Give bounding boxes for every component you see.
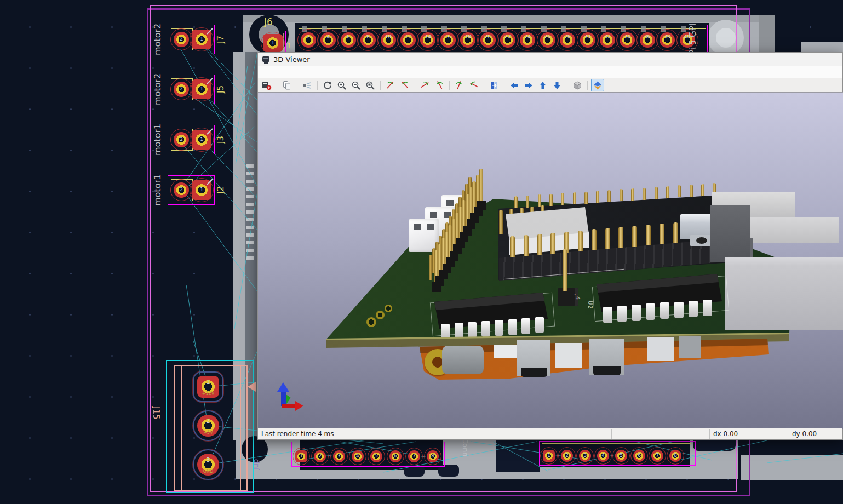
gpio-pad[interactable]: 12 [397,29,419,51]
pin1-silk-marker: 1 [287,42,291,50]
gpio-pad[interactable]: 2 [297,29,319,51]
j6-pad-1[interactable]: 1 [263,34,283,52]
zoom-in-icon[interactable] [335,79,348,91]
toolbar-separator [317,81,318,90]
reference-label: J5 [216,77,226,101]
flip-board-icon[interactable] [488,79,501,91]
menu-bar [258,66,842,78]
rotate-y-cw-icon[interactable] [418,79,432,91]
toolbar-separator [297,81,297,90]
square-pad[interactable]: 1 [192,30,211,49]
mcu-pin [573,192,576,204]
mcu-pin [596,191,599,203]
gpio-pad[interactable]: 26 [537,29,559,51]
net-label: motor1 [152,165,163,215]
square-pad[interactable]: 1 [192,79,211,99]
round-pad[interactable]: 2 [170,129,192,151]
mcu-pin [632,226,637,247]
status-bar: Last render time 4 ms dx 0.00 dy 0.00 [258,428,842,439]
move-right-icon[interactable] [522,79,535,91]
row2-silk [542,443,691,444]
pi-usb-1-opening [521,368,547,377]
gpio-pad[interactable]: 8 [357,29,379,51]
j15-reference-label: J15 [151,406,161,445]
reference-label: J2 [216,178,226,202]
net-label: motor2 [152,65,163,114]
ic-leg [508,319,517,335]
move-up-icon[interactable] [536,79,549,91]
round-pad[interactable]: 2 [170,78,192,100]
move-down-icon[interactable] [550,79,564,91]
toolbar-separator [567,81,567,90]
projection-diamond-icon[interactable] [591,79,604,91]
3d-viewer-window: 3D Viewer [257,52,843,440]
gpio-pad[interactable]: 10 [377,29,399,51]
j15-pad[interactable]: 2 +5V [193,410,223,441]
title-bar[interactable]: 3D Viewer [258,53,842,66]
gpio-pad[interactable]: 16 [437,29,459,51]
toolbar-separator [504,81,504,90]
3d-viewport[interactable]: J4 U2 [258,92,843,429]
mcu-pin [701,184,704,196]
mcu-pin [666,186,669,198]
mcu-pin [607,190,611,202]
round-pad[interactable]: 2 [170,28,192,50]
zoom-out-icon[interactable] [349,79,363,91]
export-image-icon[interactable] [260,79,273,91]
dx-status: dx 0.00 [713,430,738,438]
round-pad[interactable]: 2 [170,179,192,201]
gpio-pad[interactable]: 32 [597,29,618,51]
mcu-pin [510,236,515,257]
gpio-pad[interactable]: 20 [477,29,499,51]
plated-hole-3 [385,305,392,312]
pi-connector-silver [442,346,484,374]
j15-pad[interactable]: 3 GND [193,449,223,480]
reference-label: J3 [216,128,226,152]
refresh-view-icon[interactable] [321,79,334,91]
mcu-pin [673,222,678,243]
gpio-pad[interactable]: 38 [656,29,678,51]
gpio-pad[interactable]: 22 [497,29,519,51]
j4-header-pin [563,249,567,291]
j15-pad[interactable]: 1 +12V [193,371,223,402]
mcu-pin [643,188,646,200]
pi-connector-white-3 [647,337,674,361]
copy-image-icon[interactable] [280,79,294,91]
u2-silk-label: U2 [587,301,593,310]
x-axis-arrow-icon [282,404,296,408]
toolbar-separator [484,81,484,90]
square-pad[interactable]: 1 [192,130,211,150]
rotate-z-ccw-icon[interactable] [467,79,480,91]
orthographic-cube-icon[interactable] [571,79,584,91]
net-label: motor1 [152,115,163,164]
micro-usb-hole [696,237,707,244]
square-pad[interactable]: 1 [192,180,211,200]
mcu-pin [499,210,503,234]
rotate-x-ccw-icon[interactable] [398,79,411,91]
toolbar-separator [587,81,588,90]
gpio-pad[interactable]: 6 [337,29,359,51]
mcu-pin [538,194,541,207]
rotate-y-ccw-icon[interactable] [433,79,446,91]
mcu-pin [526,196,529,208]
row1-silk [294,444,442,444]
move-left-icon[interactable] [508,79,521,91]
generic-box-3 [725,257,843,330]
gpio-pad[interactable]: 30 [577,29,599,51]
pad-net-label: +5V [194,430,222,435]
net-label: motor2 [152,15,163,64]
ic-leg [674,302,684,318]
mcu-pin [631,188,634,201]
zoom-fit-icon[interactable] [364,79,377,91]
ic-leg [703,300,712,316]
gpio-pad[interactable]: 18 [457,29,479,51]
pi-usb-2-opening [593,366,621,375]
rotate-z-cw-icon[interactable] [453,79,466,91]
render-options-icon[interactable] [301,79,314,91]
gpio-pad[interactable]: 36 [636,29,658,51]
render-time-status: Last render time 4 ms [261,430,334,438]
rotate-x-cw-icon[interactable] [384,79,397,91]
gpio-pad[interactable]: 28 [557,29,578,51]
dy-status: dy 0.00 [792,430,817,438]
j6-reference-label: J6 [264,16,273,27]
